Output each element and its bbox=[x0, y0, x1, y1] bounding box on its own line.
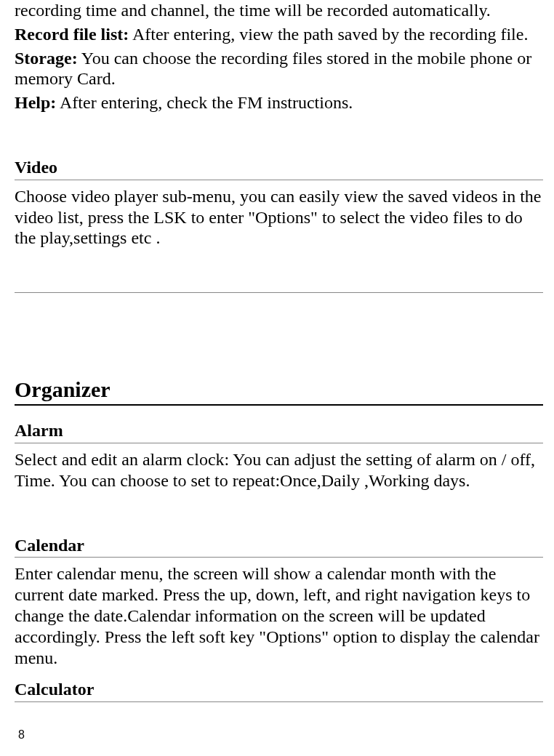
calendar-heading: Calendar bbox=[15, 535, 543, 558]
calculator-heading: Calculator bbox=[15, 679, 543, 702]
record-file-list-para: Record file list: After entering, view t… bbox=[15, 24, 543, 45]
alarm-body: Select and edit an alarm clock: You can … bbox=[15, 449, 543, 491]
alarm-heading: Alarm bbox=[15, 420, 543, 443]
video-body: Choose video player sub-menu, you can ea… bbox=[15, 186, 543, 249]
organizer-heading: Organizer bbox=[15, 377, 543, 406]
video-heading: Video bbox=[15, 157, 543, 180]
storage-text: You can choose the recording files store… bbox=[15, 49, 531, 89]
storage-label: Storage: bbox=[15, 49, 78, 68]
calendar-body: Enter calendar menu, the screen will sho… bbox=[15, 563, 543, 668]
storage-para: Storage: You can choose the recording fi… bbox=[15, 48, 543, 90]
intro-line: recording time and channel, the time wil… bbox=[15, 0, 543, 21]
divider-line bbox=[15, 292, 543, 293]
help-para: Help: After entering, check the FM instr… bbox=[15, 92, 543, 113]
page-number: 8 bbox=[18, 728, 25, 741]
record-file-list-text: After entering, view the path saved by t… bbox=[129, 25, 528, 44]
help-text: After entering, check the FM instruction… bbox=[56, 93, 353, 112]
record-file-list-label: Record file list: bbox=[15, 25, 129, 44]
help-label: Help: bbox=[15, 93, 56, 112]
